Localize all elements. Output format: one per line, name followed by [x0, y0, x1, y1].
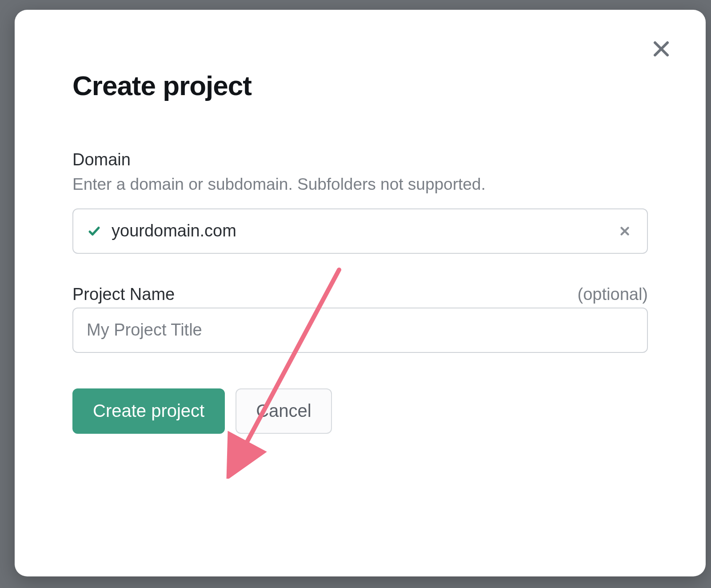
- close-button[interactable]: [648, 36, 675, 62]
- domain-label: Domain: [72, 150, 131, 169]
- button-row: Create project Cancel: [72, 388, 648, 434]
- domain-input[interactable]: [112, 209, 616, 253]
- project-name-label: Project Name: [72, 285, 175, 304]
- modal-title: Create project: [72, 70, 648, 101]
- project-name-input[interactable]: [87, 308, 634, 352]
- project-name-field-group: Project Name (optional): [72, 285, 648, 353]
- clear-domain-button[interactable]: [616, 222, 634, 240]
- domain-field-group: Domain Enter a domain or subdomain. Subf…: [72, 150, 648, 254]
- cancel-button[interactable]: Cancel: [236, 388, 332, 434]
- create-project-modal: Create project Domain Enter a domain or …: [15, 10, 706, 576]
- project-name-optional: (optional): [578, 285, 648, 304]
- close-icon: [651, 38, 672, 60]
- check-icon: [87, 224, 102, 239]
- project-name-input-wrap: [72, 308, 648, 353]
- domain-hint: Enter a domain or subdomain. Subfolders …: [72, 173, 648, 196]
- domain-input-wrap: [72, 208, 648, 254]
- clear-icon: [618, 224, 631, 238]
- create-project-button[interactable]: Create project: [72, 388, 225, 434]
